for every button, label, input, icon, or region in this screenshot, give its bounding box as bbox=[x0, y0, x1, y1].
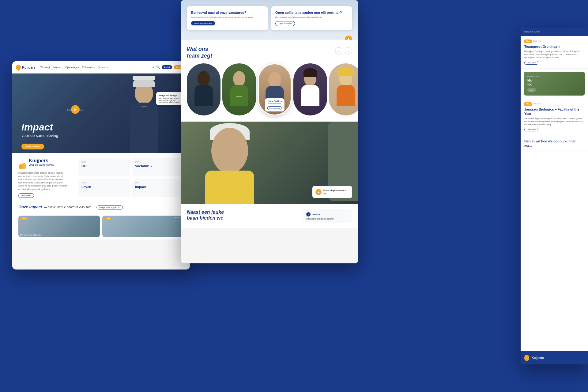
worker-play-icon[interactable]: ▶ bbox=[315, 189, 322, 195]
worker-caption-sub: a.o. bbox=[323, 192, 347, 195]
naast-title-line1: Naast een leuke bbox=[187, 209, 224, 215]
right-card-1-tag: Blog bbox=[524, 40, 532, 43]
team-photo-1[interactable] bbox=[187, 63, 221, 115]
team-photo-5[interactable] bbox=[329, 63, 358, 115]
right-card-janssen: Blog 28.03.2022 Janssen Biologics – Faci… bbox=[521, 99, 588, 136]
stat-voetafdruk-label: STAT bbox=[135, 161, 181, 163]
nav-items: Werkelijk Markten Oplossingen Referentie… bbox=[40, 66, 149, 69]
vacancy-desc-2: Dien een open sollicitatie in voor een t… bbox=[275, 16, 348, 18]
kuijpers-logo[interactable]: Kuijpers bbox=[16, 65, 36, 70]
right-card-1-tags: Blog 28.03.2022 bbox=[524, 40, 584, 43]
center-top-section: Benieuwd naar al onze vacatures? Aenean … bbox=[181, 0, 358, 40]
lees-verhaal-button[interactable]: Lees verhaal bbox=[267, 106, 282, 110]
flame-icon bbox=[15, 64, 22, 71]
hero-section: Kuijpers bekijk de hele video Impact voo… bbox=[12, 74, 190, 153]
naast-section: Naast een leuke baan bieden we € Salarix… bbox=[181, 204, 358, 228]
right-green-meta: Blog 28.03.2022 bbox=[527, 75, 581, 77]
nick-collins-name: Nick Collins bbox=[267, 100, 282, 103]
bottom-img-2-bg bbox=[102, 216, 184, 237]
worker-play-row: ▶ Donec dapibus mauris. a.o. bbox=[315, 189, 349, 195]
right-panel-header: Blog 28.03.2022 bbox=[521, 28, 588, 36]
impact-subtitle: — elit vel neque pharetra vulputate. bbox=[44, 205, 92, 209]
worker-photo-section: ▶ Donec dapibus mauris. a.o. bbox=[181, 122, 358, 204]
impact-title: Onze impact bbox=[18, 205, 42, 209]
hero-title: Impact bbox=[21, 122, 58, 132]
bottom-image-2: Blog 28.04.2023 bbox=[102, 216, 184, 237]
play-button[interactable] bbox=[71, 105, 80, 114]
nav-referenties[interactable]: Referenties bbox=[82, 66, 95, 69]
search-icon[interactable]: 🔍 bbox=[156, 66, 160, 69]
naast-content-row: Naast een leuke baan bieden we € Salarix… bbox=[187, 209, 352, 223]
matoc-sidebar-text: Ma toc bbox=[583, 142, 588, 155]
team-header-row: Wat ons team zegt ← → bbox=[187, 46, 352, 59]
brand-description: Praesent lorem turpis, pretium sit amet … bbox=[18, 172, 67, 191]
nav-markten[interactable]: Markten bbox=[53, 66, 62, 69]
naast-title-rest: bieden we bbox=[198, 215, 223, 221]
stat-voetafdruk: STAT Voetafdruk bbox=[132, 158, 184, 176]
right-green-button[interactable]: Le... bbox=[527, 88, 536, 92]
right-green-title: Matoc bbox=[527, 78, 581, 86]
lang-selector[interactable]: NL bbox=[152, 66, 155, 68]
brand-flame-icon bbox=[18, 158, 27, 169]
worker-caption-text: Donec dapibus mauris. bbox=[323, 189, 347, 192]
worker-vest bbox=[205, 171, 254, 204]
impact-link-button[interactable]: Bekijk onze impact → bbox=[96, 205, 123, 209]
hero-subtitle: voor de samenleving bbox=[21, 133, 58, 138]
vest-logo: Kuijpers bbox=[141, 106, 147, 107]
team-title-line1: Wat ons bbox=[187, 46, 208, 52]
team-prev-button[interactable]: ← bbox=[335, 47, 342, 55]
left-browser-window: Kuijpers Werkelijk Markten Oplossingen R… bbox=[12, 61, 190, 270]
vacancy-card-1: Benieuwd naar al onze vacatures? Aenean … bbox=[187, 6, 268, 30]
team-photo-2[interactable]: Kuijpers bbox=[222, 63, 256, 115]
salary-text: Uitstekend een prima salaris! bbox=[306, 218, 349, 220]
logo-text: Kuijpers bbox=[22, 66, 36, 69]
left-nav: Kuijpers Werkelijk Markten Oplossingen R… bbox=[12, 61, 190, 74]
footer-logo-text: Kuijpers bbox=[532, 356, 544, 360]
worker-head bbox=[211, 128, 248, 174]
lees-meer-button[interactable]: Lees meer bbox=[18, 193, 34, 198]
vacancy-title-1: Benieuwd naar al onze vacatures? bbox=[191, 10, 264, 15]
team-title-line2: team zegt bbox=[187, 53, 212, 59]
impact-text-row: Onze impact — elit vel neque pharetra vu… bbox=[18, 205, 184, 209]
stats-grid: STAT CO² STAT Voetafdruk STAT Leven STAT… bbox=[78, 158, 184, 198]
salary-card-header: € Salarix bbox=[306, 212, 349, 217]
stat-leven-value: Leven bbox=[81, 185, 127, 189]
nav-oplossingen[interactable]: Oplossingen bbox=[65, 66, 79, 69]
right-card-2-button[interactable]: Lees meer bbox=[524, 128, 538, 131]
team-photo-4[interactable] bbox=[293, 63, 327, 115]
right-card-2-desc: Janssen Biologics, de werkgever in Leide… bbox=[524, 117, 584, 126]
footer-flame-icon bbox=[524, 355, 529, 361]
stat-impact-label: STAT bbox=[135, 182, 181, 184]
naast-title: Naast een leuke baan bieden we bbox=[187, 209, 300, 221]
impact-section: Onze impact — elit vel neque pharetra vu… bbox=[12, 201, 190, 213]
right-card-3-title: Benieuwd hoe we op jou kunnen ma... bbox=[524, 139, 584, 148]
stat-leven: STAT Leven bbox=[78, 179, 130, 197]
team-photo-nick-collins[interactable]: Nick Collins Werktuigbouwer Lees verhaal bbox=[258, 63, 292, 115]
team-next-button[interactable]: → bbox=[345, 47, 352, 55]
bottom-img-1-category: Life science & hightech bbox=[20, 234, 41, 236]
stat-co2-label: STAT bbox=[81, 161, 127, 163]
right-card-1-desc: Bij Kuijpers Groningen zijn all geheel m… bbox=[524, 50, 584, 59]
open-sollicitatie-btn[interactable]: Open sollicitatie bbox=[275, 21, 295, 26]
brand-content-section: Kuijpers voor de samenleving Praesent lo… bbox=[12, 153, 190, 201]
nav-over-ons[interactable]: Over ons bbox=[98, 66, 107, 69]
brand-block: Kuijpers voor de samenleving Praesent lo… bbox=[18, 158, 74, 198]
vacancy-cards-row: Benieuwd naar al onze vacatures? Aenean … bbox=[181, 0, 358, 30]
team-photo-2-head bbox=[233, 71, 245, 86]
orange-dot-icon: 💬 bbox=[345, 36, 352, 40]
stat-co2-value: CO² bbox=[81, 164, 127, 168]
worker-caption-block: Donec dapibus mauris. a.o. bbox=[323, 189, 347, 195]
vacancy-btn-1[interactable]: Bekijk onze vacatures bbox=[191, 21, 215, 25]
right-card-2-tags: Blog 28.03.2022 bbox=[524, 102, 584, 106]
blonde-hair bbox=[338, 67, 353, 76]
dark-hair bbox=[303, 68, 317, 77]
actief-button[interactable]: Actief bbox=[162, 65, 172, 69]
nav-werkelijk[interactable]: Werkelijk bbox=[40, 66, 50, 69]
nick-collins-role: Werktuigbouwer bbox=[267, 103, 282, 104]
quick-search-button[interactable]: Snel zoeken bbox=[21, 144, 44, 149]
right-card-1-button[interactable]: Lees meer bbox=[524, 61, 538, 65]
right-card-1-meta: 28.03.2022 bbox=[533, 40, 541, 42]
salary-icon: € bbox=[306, 212, 311, 217]
team-photos-row: Kuijpers Nick Collins Werktuigbouwer Lee… bbox=[187, 63, 352, 115]
right-footer: Kuijpers bbox=[521, 351, 588, 364]
